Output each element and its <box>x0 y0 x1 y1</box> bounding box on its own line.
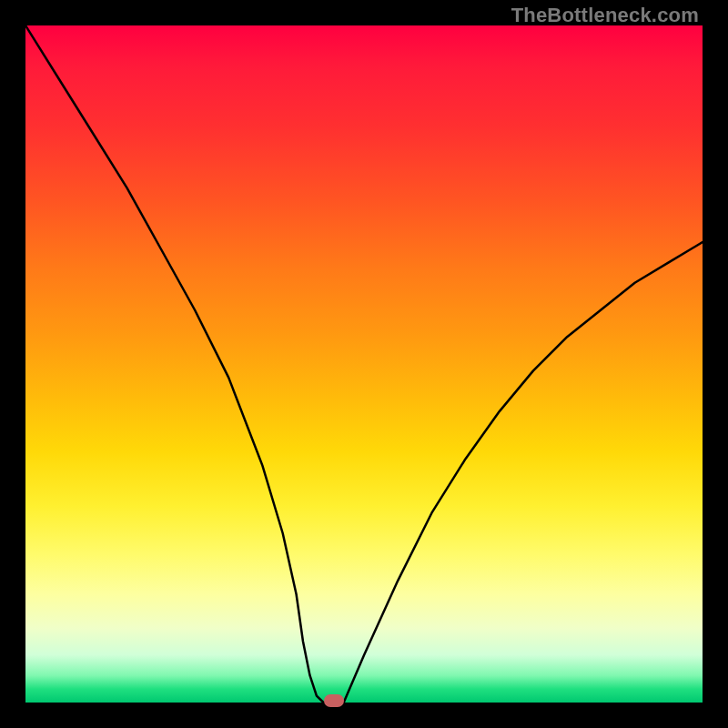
watermark-text: TheBottleneck.com <box>511 4 699 27</box>
curve-path <box>25 25 703 703</box>
valley-marker <box>324 694 344 707</box>
bottleneck-curve <box>25 25 703 703</box>
chart-frame: TheBottleneck.com <box>0 0 728 728</box>
plot-area <box>25 25 703 703</box>
